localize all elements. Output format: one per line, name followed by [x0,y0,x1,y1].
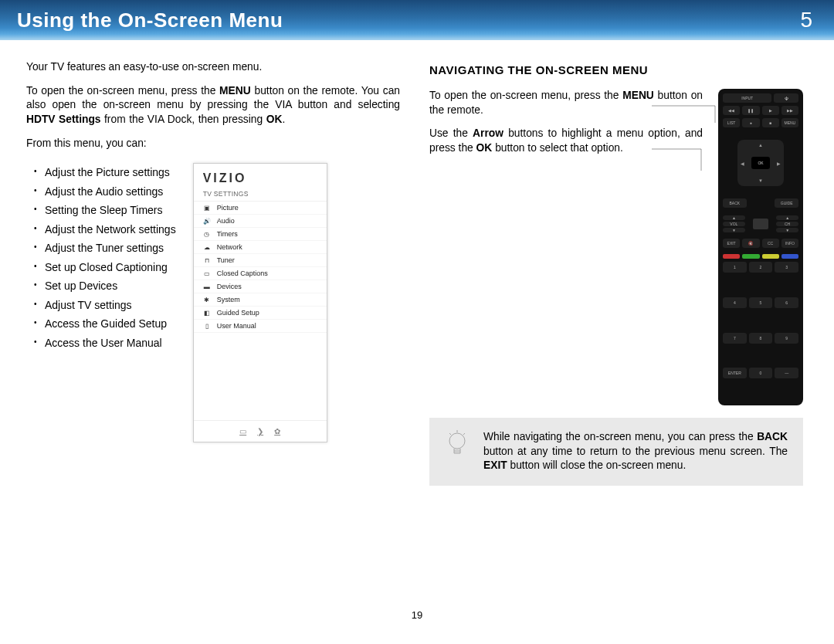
list-item: Access the User Manual [45,334,176,353]
remote-numpad: 1 2 3 4 5 6 7 8 9 ENTER 0 — [723,262,798,401]
list-item: Adjust the Audio settings [45,182,176,202]
remote-enter-button: ENTER [723,368,747,378]
screen-icon: ▭ [239,427,246,436]
osd-item-timers: ◷Timers [194,228,327,241]
osd-section-title: TV SETTINGS [194,188,327,202]
remote-red-button [723,254,740,259]
svg-line-9 [463,433,465,435]
chapter-title: Using the On-Screen Menu [17,8,283,32]
remote-blue-button [781,254,798,259]
osd-brand-logo: VIZIO [194,164,327,188]
list-item: Adjust TV settings [45,296,176,315]
list-item: Setting the Sleep Timers [45,201,176,220]
remote-exit-button: EXIT [723,239,740,248]
remote-green-button [742,254,759,259]
remote-input-button: INPUT [723,93,771,103]
remote-ff-button: ▶▶ [781,106,798,115]
settings-icon: ✿ [274,427,280,436]
antenna-icon: ⊓ [203,256,211,264]
feature-list: Adjust the Picture settings Adjust the A… [26,163,176,352]
osd-footer-icons: ▭ ❯ ✿ [194,420,327,442]
nav-paragraph-2: Use the Arrow buttons to highlight a men… [429,127,703,155]
intro-paragraph-2: To open the on-screen menu, press the ME… [26,84,400,127]
remote-stop-button: ■ [762,118,779,127]
chapter-number: 5 [800,8,812,32]
clock-icon: ◷ [203,230,211,238]
remote-dpad: ▲ ▼ ◀ ▶ OK [737,140,784,186]
osd-item-audio: 🔊Audio [194,215,327,228]
cc-icon: ▭ [203,269,211,277]
nav-paragraph-1: To open the on-screen menu, press the ME… [429,89,703,117]
setup-icon: ◧ [203,309,211,317]
remote-info-button: INFO [781,239,798,248]
svg-line-8 [449,433,451,435]
chevron-down-icon: ❯ [257,427,263,436]
remote-guide-button: GUIDE [775,198,798,208]
remote-ok-button: OK [751,157,770,169]
vizio-v-logo [753,219,768,229]
section-heading: NAVIGATING THE ON-SCREEN MENU [429,63,803,76]
remote-power-button: ⏻ [774,93,798,103]
remote-yellow-button [762,254,779,259]
osd-item-picture: ▣Picture [194,202,327,215]
remote-back-button: BACK [723,198,747,208]
remote-play-button: ▶ [762,106,779,115]
remote-pause-button: ❚❚ [742,106,759,115]
remote-cc-button: CC [762,239,779,248]
arrow-down-icon: ▼ [758,178,763,183]
remote-mute-button: 🔇 [742,239,759,248]
osd-item-tuner: ⊓Tuner [194,254,327,267]
osd-item-manual: ▯User Manual [194,320,327,333]
osd-item-devices: ▬Devices [194,280,327,293]
remote-rec-button: ● [742,118,759,127]
book-icon: ▯ [203,322,211,330]
remote-rewind-button: ◀◀ [723,106,740,115]
picture-icon: ▣ [203,204,211,212]
arrow-left-icon: ◀ [741,161,744,166]
list-item: Set up Closed Captioning [45,258,176,277]
osd-item-guided: ◧Guided Setup [194,307,327,320]
list-item: Adjust the Network settings [45,220,176,239]
list-item: Adjust the Picture settings [45,163,176,182]
remote-menu-button: MENU [781,118,798,127]
intro-paragraph-3: From this menu, you can: [26,137,400,151]
tip-callout: While navigating the on-screen menu, you… [429,418,803,486]
osd-item-cc: ▭Closed Captions [194,267,327,280]
remote-control-illustration: INPUT⏻ ◀◀ ❚❚ ▶ ▶▶ LIST ● ■ MENU ▲ ▼ [718,89,803,405]
remote-vol-label: VOL [723,222,745,226]
chapter-banner: Using the On-Screen Menu 5 [0,0,834,40]
intro-paragraph-1: Your TV features an easy-to-use on-scree… [26,60,400,75]
page-number: 19 [0,609,834,621]
svg-point-4 [449,433,465,449]
gear-icon: ✱ [203,296,211,303]
tip-text: While navigating the on-screen menu, you… [483,430,788,473]
osd-item-system: ✱System [194,293,327,307]
network-icon: ☁ [203,243,211,251]
arrow-up-icon: ▲ [758,143,763,147]
osd-menu-mock: VIZIO TV SETTINGS ▣Picture 🔊Audio ◷Timer… [193,163,327,442]
osd-item-network: ☁Network [194,241,327,254]
speaker-icon: 🔊 [203,217,211,225]
list-item: Adjust the Tuner settings [45,239,176,258]
lightbulb-icon [445,430,470,461]
devices-icon: ▬ [203,283,211,290]
arrow-right-icon: ▶ [777,161,781,166]
list-item: Set up Devices [45,276,176,296]
list-item: Access the Guided Setup [45,314,176,334]
remote-list-button: LIST [723,118,740,127]
remote-ch-label: CH [776,222,798,226]
